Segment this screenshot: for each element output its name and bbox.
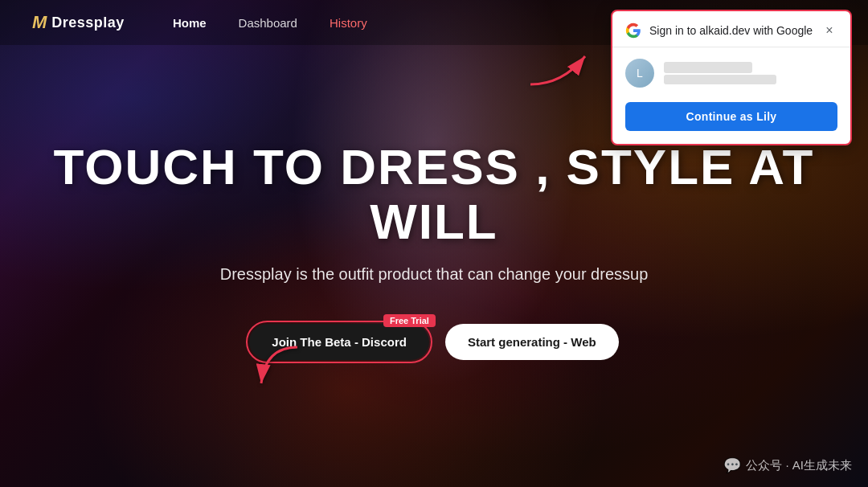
continue-button[interactable]: Continue as Lily xyxy=(625,102,837,131)
google-logo-icon xyxy=(625,23,641,39)
account-avatar: L xyxy=(625,59,654,88)
google-signin-popup: Sign in to alkaid.dev with Google × L Co… xyxy=(611,10,852,145)
free-trial-badge: Free Trial xyxy=(383,314,436,327)
account-name xyxy=(664,62,752,73)
popup-title: Sign in to alkaid.dev with Google xyxy=(649,24,813,37)
account-email xyxy=(664,75,776,84)
watermark: 💬 公众号 · AI生成未来 xyxy=(723,456,852,474)
web-button[interactable]: Start generating - Web xyxy=(445,324,619,360)
watermark-text: 公众号 · AI生成未来 xyxy=(746,458,852,473)
popup-header: Sign in to alkaid.dev with Google × xyxy=(612,11,850,47)
popup-close-button[interactable]: × xyxy=(821,23,837,39)
hero-title: TOUCH TO DRESS , STYLE AT WILL xyxy=(32,140,836,249)
hero-subtitle: Dressplay is the outfit product that can… xyxy=(220,265,649,284)
popup-account[interactable]: L xyxy=(612,47,850,99)
arrow-discord xyxy=(249,339,313,399)
wechat-icon: 💬 xyxy=(723,456,741,474)
discord-arrow-icon xyxy=(249,339,313,395)
arrow-popup xyxy=(522,44,595,96)
account-info xyxy=(664,62,776,84)
popup-arrow-icon xyxy=(522,44,595,92)
